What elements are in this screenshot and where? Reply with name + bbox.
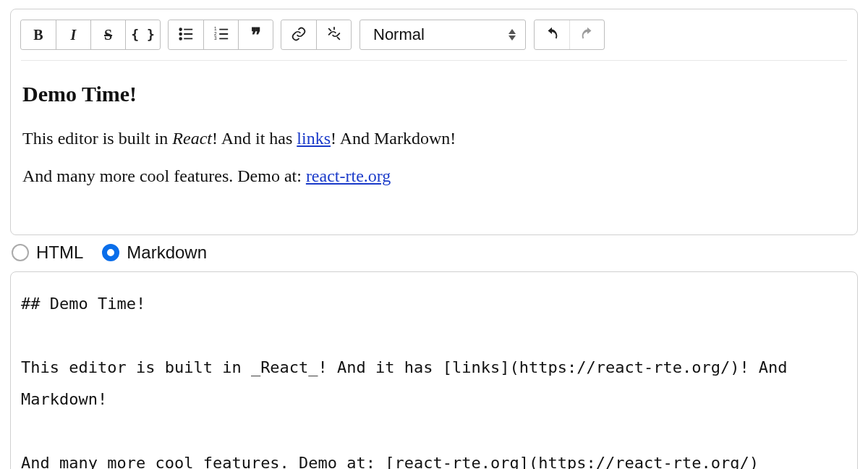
svg-line-13 <box>337 37 339 39</box>
redo-button[interactable] <box>569 20 604 49</box>
block-style-group: 1 2 3 ❞ <box>169 20 273 49</box>
svg-marker-15 <box>509 29 516 34</box>
svg-point-2 <box>179 33 182 35</box>
italic-button[interactable]: I <box>56 20 90 49</box>
html-radio-label[interactable]: HTML <box>36 242 83 263</box>
source-panel: ## Demo Time! This editor is built in _R… <box>10 271 858 469</box>
link-icon <box>291 26 307 44</box>
text-run: This editor is built in <box>22 129 172 148</box>
undo-button[interactable] <box>535 20 569 49</box>
paragraph-1[interactable]: This editor is built in React! And it ha… <box>22 127 846 150</box>
numbered-list-icon: 1 2 3 <box>213 26 229 44</box>
heading[interactable]: Demo Time! <box>22 80 846 109</box>
svg-line-12 <box>328 28 331 30</box>
source-textarea[interactable]: ## Demo Time! This editor is built in _R… <box>21 288 847 469</box>
redo-icon <box>579 26 595 44</box>
text-run: ! And it has <box>212 129 297 148</box>
markdown-radio[interactable] <box>102 244 119 261</box>
strikethrough-button[interactable]: S <box>90 20 125 49</box>
link-1[interactable]: links <box>297 129 331 148</box>
editor-panel: B I S { } 1 2 <box>10 9 858 235</box>
block-type-dropdown[interactable]: Normal <box>359 20 526 50</box>
unordered-list-button[interactable] <box>169 20 203 49</box>
code-button[interactable]: { } <box>125 20 160 49</box>
link-group <box>281 20 351 49</box>
link-2[interactable]: react-rte.org <box>306 166 391 185</box>
add-link-button[interactable] <box>281 20 316 49</box>
blockquote-button[interactable]: ❞ <box>238 20 273 49</box>
ordered-list-button[interactable]: 1 2 3 <box>203 20 238 49</box>
paragraph-2[interactable]: And many more cool features. Demo at: re… <box>22 164 846 187</box>
rich-text-content[interactable]: Demo Time! This editor is built in React… <box>21 71 847 230</box>
italic-run: React <box>172 129 212 148</box>
bold-button[interactable]: B <box>21 20 56 49</box>
bullet-list-icon <box>178 26 194 44</box>
undo-icon <box>544 26 560 44</box>
toolbar: B I S { } 1 2 <box>21 20 847 61</box>
inline-style-group: B I S { } <box>21 20 160 49</box>
svg-point-4 <box>179 38 182 40</box>
svg-marker-16 <box>509 35 516 41</box>
remove-link-button[interactable] <box>316 20 351 49</box>
text-run: ! And Markdown! <box>331 129 456 148</box>
svg-point-0 <box>179 28 182 30</box>
source-mode-row: HTML Markdown <box>10 235 858 271</box>
unlink-icon <box>326 26 342 44</box>
html-radio[interactable] <box>12 244 29 261</box>
history-group <box>535 20 604 49</box>
block-type-selected: Normal <box>373 25 425 44</box>
svg-text:3: 3 <box>213 35 216 41</box>
markdown-radio-label[interactable]: Markdown <box>127 242 207 263</box>
text-run: And many more cool features. Demo at: <box>22 166 306 185</box>
chevron-updown-icon <box>508 29 516 41</box>
